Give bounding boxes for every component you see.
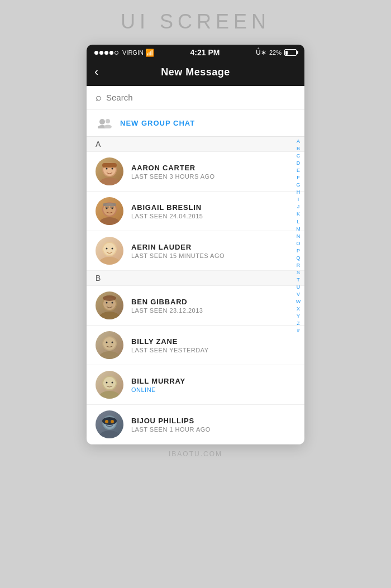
alpha-letter-q[interactable]: Q <box>294 255 302 262</box>
contact-row[interactable]: BEN GIBBARDLAST SEEN 23.12.2013 <box>87 286 304 326</box>
alpha-letter-e[interactable]: E <box>294 167 302 174</box>
contact-row[interactable]: AARON CARTERLAST SEEN 3 HOURS AGO <box>87 152 304 192</box>
avatar <box>96 197 123 225</box>
svg-point-5 <box>99 178 120 185</box>
svg-point-45 <box>105 420 108 423</box>
svg-point-19 <box>99 257 120 265</box>
contact-row[interactable]: BILL MURRAYONLINE <box>87 365 304 405</box>
alpha-letter-p[interactable]: P <box>294 247 302 255</box>
signal-dot-4 <box>109 51 113 55</box>
alpha-letter-s[interactable]: S <box>294 269 302 276</box>
svg-point-26 <box>106 302 108 304</box>
alpha-letter-k[interactable]: K <box>294 211 302 218</box>
alpha-letter-w[interactable]: W <box>294 298 302 305</box>
nav-bar: ‹ New Message <box>87 60 304 86</box>
svg-point-8 <box>112 168 113 170</box>
contact-row[interactable]: AERIN LAUDERLAST SEEN 15 MINUTES AGO <box>87 231 304 271</box>
contact-status: LAST SEEN YESTERDAY <box>131 347 295 353</box>
svg-rect-9 <box>102 163 117 168</box>
svg-point-35 <box>99 391 120 399</box>
contact-status: LAST SEEN 24.04.2015 <box>131 213 295 219</box>
svg-point-28 <box>103 295 116 301</box>
section-header-b: B <box>87 271 304 286</box>
alpha-letter-h[interactable]: H <box>294 189 302 196</box>
section-header-a: A <box>87 137 304 152</box>
svg-point-14 <box>112 208 113 209</box>
alpha-letter-z[interactable]: Z <box>294 320 302 327</box>
carrier-label: VIRGIN <box>122 49 144 56</box>
alpha-letter-t[interactable]: T <box>294 276 302 284</box>
contact-row[interactable]: BIJOU PHILLIPSLAST SEEN 1 HOUR AGO <box>87 405 304 444</box>
search-icon: ⌕ <box>96 92 102 103</box>
alpha-letter-m[interactable]: M <box>294 226 302 233</box>
svg-point-46 <box>111 420 114 423</box>
alpha-letter-u[interactable]: U <box>294 284 302 291</box>
contact-info: ABIGAIL BRESLINLAST SEEN 24.04.2015 <box>131 203 295 219</box>
wifi-icon: 📶 <box>145 49 154 57</box>
status-bar: VIRGIN 📶 4:21 PM Ǘ∗ 22% <box>87 45 304 60</box>
nav-title: New Message <box>161 66 230 78</box>
bluetooth-icon: Ǘ∗ <box>256 49 266 56</box>
contact-info: AERIN LAUDERLAST SEEN 15 MINUTES AGO <box>131 243 295 259</box>
alpha-letter-j[interactable]: J <box>294 203 302 211</box>
contact-info: AARON CARTERLAST SEEN 3 HOURS AGO <box>131 164 295 180</box>
contact-status: LAST SEEN 1 HOUR AGO <box>131 426 295 433</box>
alpha-letter-v[interactable]: V <box>294 291 302 298</box>
contact-name: BILL MURRAY <box>131 377 295 385</box>
back-button[interactable]: ‹ <box>94 66 98 78</box>
contact-info: BIJOU PHILLIPSLAST SEEN 1 HOUR AGO <box>131 417 295 433</box>
signal-dot-2 <box>99 51 103 55</box>
svg-point-2 <box>106 119 110 123</box>
svg-point-13 <box>106 208 108 209</box>
alpha-letter-y[interactable]: Y <box>294 313 302 320</box>
alpha-letter-r[interactable]: R <box>294 262 302 269</box>
alpha-letter-i[interactable]: I <box>294 196 302 203</box>
alpha-letter-d[interactable]: D <box>294 160 302 167</box>
alpha-letter-a[interactable]: A <box>294 138 302 145</box>
contact-info: BILLY ZANELAST SEEN YESTERDAY <box>131 337 295 353</box>
contact-name: AERIN LAUDER <box>131 243 295 251</box>
search-input[interactable] <box>106 93 295 102</box>
svg-rect-17 <box>103 203 116 206</box>
alpha-letter-o[interactable]: O <box>294 240 302 247</box>
alpha-letter-c[interactable]: C <box>294 152 302 160</box>
alpha-letter-l[interactable]: L <box>294 218 302 226</box>
svg-rect-16 <box>110 207 114 208</box>
avatar <box>96 157 123 185</box>
svg-point-21 <box>106 248 108 250</box>
svg-point-37 <box>106 382 108 384</box>
svg-point-32 <box>106 342 108 343</box>
contact-name: BILLY ZANE <box>131 337 295 346</box>
battery-fill <box>285 51 288 55</box>
contact-status: ONLINE <box>131 386 295 393</box>
contact-status: LAST SEEN 23.12.2013 <box>131 307 295 314</box>
new-group-chat-row[interactable]: NEW GROUP CHAT <box>87 109 304 137</box>
avatar <box>96 331 123 359</box>
alpha-letter-x[interactable]: X <box>294 305 302 313</box>
svg-point-27 <box>112 302 113 304</box>
battery-icon <box>284 49 297 56</box>
page-title: UI SCREEN <box>121 10 270 34</box>
contact-name: ABIGAIL BRESLIN <box>131 203 295 212</box>
contact-list: A AARON CARTERLAST SEEN 3 HOURS AGO ABIG… <box>87 137 304 444</box>
search-bar: ⌕ <box>87 86 304 109</box>
svg-rect-15 <box>105 207 109 208</box>
alpha-letter-n[interactable]: N <box>294 233 302 240</box>
svg-point-3 <box>104 125 112 129</box>
svg-point-22 <box>112 248 113 250</box>
contact-row[interactable]: ABIGAIL BRESLINLAST SEEN 24.04.2015 <box>87 192 304 231</box>
alpha-letter-b[interactable]: B <box>294 145 302 152</box>
status-right: Ǘ∗ 22% <box>256 49 297 56</box>
svg-point-0 <box>99 119 105 125</box>
contact-name: BEN GIBBARD <box>131 298 295 306</box>
battery-percent: 22% <box>269 49 282 56</box>
alpha-letter-g[interactable]: G <box>294 181 302 189</box>
alpha-letter-#[interactable]: # <box>294 327 302 334</box>
contact-info: BEN GIBBARDLAST SEEN 23.12.2013 <box>131 298 295 314</box>
svg-point-7 <box>106 168 108 170</box>
contact-row[interactable]: BILLY ZANELAST SEEN YESTERDAY <box>87 326 304 365</box>
svg-point-44 <box>102 417 117 425</box>
watermark: IBAOTU.COM <box>169 450 222 458</box>
alpha-letter-f[interactable]: F <box>294 174 302 181</box>
signal-dots <box>94 51 118 55</box>
